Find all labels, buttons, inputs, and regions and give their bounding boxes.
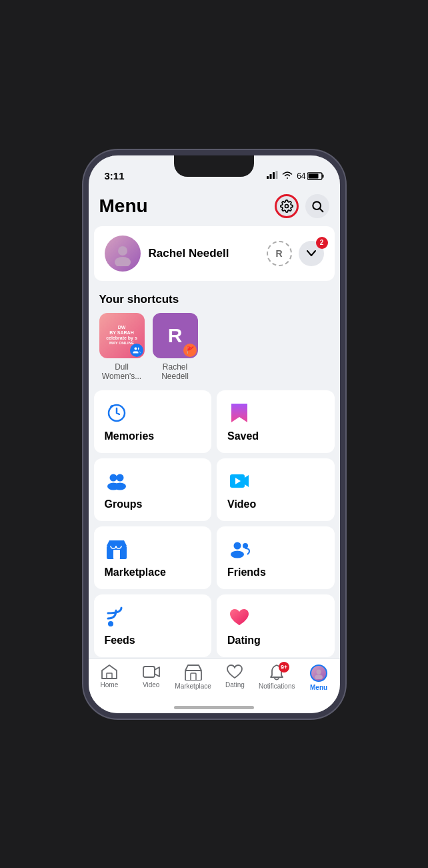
shortcuts-row: DWBY SARAHcelebrate by sMAY ONLINE Dull … — [99, 313, 329, 382]
nav-label-notifications: Notifications — [259, 683, 295, 690]
notch — [174, 155, 254, 177]
nav-label-dating: Dating — [225, 681, 245, 689]
svg-point-32 — [315, 675, 323, 679]
svg-rect-29 — [185, 671, 201, 681]
svg-point-25 — [243, 543, 248, 548]
svg-point-12 — [134, 347, 137, 350]
avatar — [105, 236, 141, 272]
status-bar: 3:11 64 — [89, 155, 340, 189]
nav-menu-avatar — [310, 665, 327, 682]
nav-video-wrap — [143, 665, 160, 679]
video-nav-icon — [143, 665, 160, 679]
menu-item-feeds[interactable]: Feeds — [94, 594, 212, 657]
svg-rect-5 — [322, 174, 323, 177]
svg-rect-0 — [267, 176, 269, 179]
main-scroll: Menu — [89, 189, 340, 659]
svg-rect-28 — [143, 667, 155, 677]
nav-label-marketplace: Marketplace — [175, 683, 211, 690]
settings-button[interactable] — [275, 194, 299, 218]
menu-item-video[interactable]: Video — [217, 458, 335, 521]
svg-rect-27 — [107, 673, 112, 679]
wifi-icon — [282, 171, 293, 181]
story-button[interactable]: R — [267, 241, 292, 266]
nav-marketplace-wrap — [185, 665, 202, 681]
menu-item-dating[interactable]: Dating — [217, 594, 335, 657]
svg-point-7 — [285, 204, 288, 207]
svg-point-17 — [114, 483, 126, 490]
nav-label-home: Home — [101, 681, 119, 689]
shortcut-r[interactable]: R 🚩 Rachel Needell — [153, 313, 198, 382]
shortcut-dw-overlay — [130, 344, 143, 357]
notifications-badge: 9+ — [279, 662, 289, 673]
svg-line-9 — [319, 208, 323, 211]
svg-point-26 — [108, 621, 113, 626]
svg-point-24 — [231, 551, 244, 558]
memories-icon — [105, 401, 129, 425]
menu-item-friends[interactable]: Friends — [217, 526, 335, 589]
dating-icon — [227, 605, 251, 629]
search-button[interactable] — [305, 194, 329, 218]
menu-label-video: Video — [227, 498, 324, 510]
dropdown-button[interactable]: 2 — [299, 241, 324, 266]
shortcut-dw[interactable]: DWBY SARAHcelebrate by sMAY ONLINE Dull … — [99, 313, 145, 382]
svg-point-23 — [234, 542, 241, 550]
nav-label-menu: Menu — [310, 684, 327, 691]
bottom-nav: Home Video Marketplace — [89, 659, 340, 713]
nav-menu-wrap — [310, 665, 327, 682]
menu-label-dating: Dating — [227, 634, 324, 646]
marketplace-nav-icon — [185, 665, 202, 681]
svg-rect-2 — [273, 172, 275, 179]
menu-item-groups[interactable]: Groups — [94, 458, 212, 521]
groups-icon — [105, 469, 129, 493]
shortcuts-section: Your shortcuts DWBY SARAHcelebrate by sM… — [89, 286, 340, 386]
nav-item-home[interactable]: Home — [89, 665, 131, 689]
svg-point-10 — [118, 246, 127, 256]
header-actions — [275, 194, 329, 218]
phone-frame: 3:11 64 Menu — [83, 150, 345, 719]
nav-home-wrap — [101, 665, 117, 679]
svg-rect-1 — [270, 174, 272, 179]
nav-item-menu[interactable]: Menu — [298, 665, 340, 691]
profile-left: Rachel Needell — [105, 236, 229, 272]
profile-name: Rachel Needell — [149, 247, 229, 260]
menu-label-friends: Friends — [227, 566, 324, 578]
nav-item-marketplace[interactable]: Marketplace — [172, 665, 214, 690]
svg-point-14 — [109, 474, 117, 482]
saved-icon — [227, 401, 251, 425]
nav-item-video[interactable]: Video — [130, 665, 172, 689]
feeds-icon — [105, 605, 129, 629]
video-icon — [227, 469, 251, 493]
menu-label-marketplace: Marketplace — [105, 566, 201, 578]
shortcut-r-label: Rachel Needell — [153, 362, 198, 382]
shortcuts-title: Your shortcuts — [99, 293, 329, 306]
menu-label-saved: Saved — [227, 430, 324, 442]
nav-item-notifications[interactable]: 9+ Notifications — [256, 665, 298, 690]
status-icons: 64 — [267, 171, 323, 181]
badge-count: 2 — [316, 237, 328, 249]
friends-icon — [227, 537, 251, 561]
battery-level: 64 — [297, 171, 305, 181]
profile-right: R 2 — [267, 241, 324, 266]
svg-rect-22 — [113, 550, 120, 559]
nav-item-dating[interactable]: Dating — [214, 665, 256, 689]
shortcut-dw-thumb: DWBY SARAHcelebrate by sMAY ONLINE — [99, 313, 145, 358]
svg-rect-30 — [191, 673, 196, 681]
status-time: 3:11 — [105, 170, 125, 181]
story-initial: R — [275, 248, 282, 259]
menu-item-memories[interactable]: Memories — [94, 390, 212, 453]
menu-label-memories: Memories — [105, 430, 201, 442]
page-title: Menu — [99, 195, 148, 217]
shortcut-dw-label: Dull Women's... — [99, 362, 145, 382]
svg-point-15 — [116, 474, 123, 482]
nav-label-video: Video — [143, 681, 159, 689]
nav-dating-wrap — [227, 665, 243, 679]
dating-nav-icon — [227, 665, 243, 679]
profile-card[interactable]: Rachel Needell R 2 — [94, 226, 335, 281]
svg-rect-6 — [308, 173, 318, 178]
menu-grid: Memories Saved — [89, 385, 340, 658]
svg-rect-3 — [276, 171, 278, 179]
signal-icon — [267, 171, 278, 181]
menu-item-marketplace[interactable]: Marketplace — [94, 526, 212, 589]
menu-item-saved[interactable]: Saved — [217, 390, 335, 453]
svg-point-31 — [317, 669, 321, 674]
